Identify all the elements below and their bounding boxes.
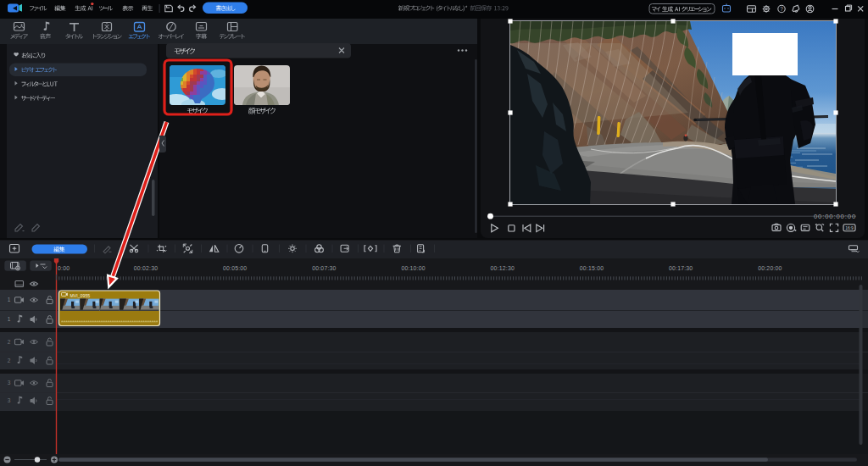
svg-text:2: 2 (8, 358, 11, 363)
svg-text:3: 3 (8, 397, 11, 403)
svg-text:3: 3 (8, 380, 11, 386)
svg-text:?: ? (780, 6, 783, 12)
svg-text:00:00:00:00: 00:00:00:00 (814, 213, 856, 220)
svg-text:2: 2 (8, 339, 11, 345)
svg-text:MVI_0955: MVI_0955 (70, 293, 91, 298)
svg-text:16:9: 16:9 (845, 225, 854, 230)
svg-text:1: 1 (8, 297, 11, 302)
svg-text:1: 1 (8, 316, 11, 322)
